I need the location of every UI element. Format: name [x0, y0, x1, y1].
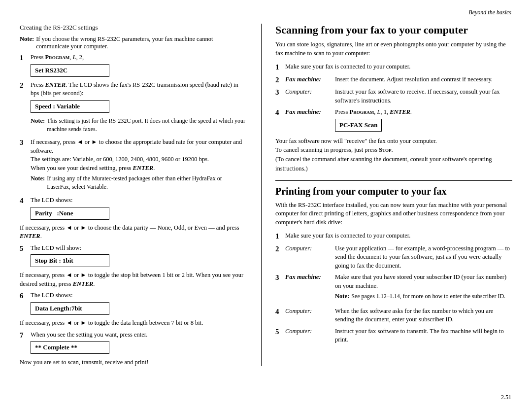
step-5-body: The LCD will show: Stop Bit : 1bit	[31, 244, 246, 270]
step-5: 5 The LCD will show: Stop Bit : 1bit	[20, 244, 246, 270]
print-step-2-label: Computer:	[285, 244, 332, 253]
lcd-set-rs232c: Set RS232C	[31, 64, 109, 77]
printing-section: Printing from your computer to your fax …	[275, 186, 512, 344]
right-column: Scanning from your fax to your computer …	[261, 24, 512, 366]
step-3-note: Note: If using any of the Muratec-tested…	[31, 174, 246, 191]
page-container: Beyond the basics Creating the RS-232C s…	[0, 0, 532, 411]
left-column: Creating the RS-232C settings Note: If y…	[20, 24, 246, 366]
section-divider	[275, 180, 512, 181]
step-7: 7 When you see the setting you want, pre…	[20, 331, 246, 356]
step-1-body: Press Program, L, 2, Set RS232C	[31, 53, 246, 79]
print-step-5: 5 Computer: Instruct your fax software t…	[275, 327, 512, 344]
lcd-speed-variable: Speed : Variable	[31, 100, 109, 113]
step-2: 2 Press ENTER. The LCD shows the fax's R…	[20, 81, 246, 137]
printing-intro: With the RS-232C interface installed, yo…	[275, 201, 512, 227]
step-3: 3 If necessary, press ◄ or ► to choose t…	[20, 138, 246, 194]
note-text-2: This setting is just for the RS-232C por…	[47, 117, 246, 134]
step-2-body: Press ENTER. The LCD shows the fax's RS-…	[31, 81, 246, 137]
scan-step-4-label: Fax machine:	[285, 108, 332, 117]
scan-step-1: 1 Make sure your fax is connected to you…	[275, 63, 512, 72]
scan-step-1-body: Make sure your fax is connected to your …	[285, 63, 512, 71]
left-note: Note: If you choose the wrong RS-232C pa…	[20, 35, 246, 50]
step-6-body: The LCD shows: Data Length:7bit	[31, 291, 246, 317]
step-7-num: 7	[20, 331, 28, 341]
step-4-note: If necessary, press ◄ or ► to choose the…	[20, 224, 246, 241]
scanning-after-lcd: Your fax software now will "receive" the…	[275, 137, 512, 173]
note-text-3: If using any of the Muratec-tested packa…	[47, 174, 246, 191]
print-step-4: 4 Computer: When the fax software asks f…	[275, 307, 512, 324]
scanning-intro: You can store logos, signatures, line ar…	[275, 40, 512, 58]
step-5-num: 5	[20, 244, 28, 254]
step-2-note: Note: This setting is just for the RS-23…	[31, 117, 246, 134]
step-7-body: When you see the setting you want, press…	[31, 331, 246, 356]
print-step-4-label: Computer:	[285, 307, 332, 316]
scan-step-3-body: Instruct your fax software to receive. I…	[335, 88, 512, 105]
scan-step-4: 4 Fax machine: Press Program, L, 1, ENTE…	[275, 108, 512, 134]
step-6-num: 6	[20, 291, 28, 301]
print-note-text: See pages 1.12–1.14, for more on how to …	[351, 292, 505, 301]
scan-step-2-body: Insert the document. Adjust resolution a…	[335, 75, 512, 84]
step-2-num: 2	[20, 81, 28, 91]
left-footer: Now you are set to scan, transmit, recei…	[20, 359, 246, 366]
print-step-2-body: Use your application — for example, a wo…	[335, 244, 512, 271]
content-area: Creating the RS-232C settings Note: If y…	[20, 24, 512, 366]
lcd-pcfax-scan: PC-FAX Scan	[335, 119, 382, 132]
step-1: 1 Press Program, L, 2, Set RS232C	[20, 53, 246, 79]
scan-step-3: 3 Computer: Instruct your fax software t…	[275, 88, 512, 105]
scan-step-4-num: 4	[275, 108, 282, 118]
scan-step-1-num: 1	[275, 63, 282, 72]
step-3-body: If necessary, press ◄ or ► to choose the…	[31, 138, 246, 194]
step-4: 4 The LCD shows: Parity :None	[20, 196, 246, 222]
print-step-3-note: Note: See pages 1.12–1.14, for more on h…	[335, 292, 512, 301]
print-step-1: 1 Make sure your fax is connected to you…	[275, 232, 512, 241]
lcd-parity-none: Parity :None	[31, 207, 109, 220]
step-3-num: 3	[20, 138, 28, 148]
step-5-note: If necessary, press ◄ or ► to toggle the…	[20, 271, 246, 288]
print-step-5-num: 5	[275, 327, 282, 337]
print-step-3-body: Make sure that you have stored your subs…	[335, 273, 512, 304]
print-step-3-num: 3	[275, 273, 282, 283]
print-step-3-label: Fax machine:	[285, 273, 332, 282]
print-step-4-num: 4	[275, 307, 282, 317]
note-text: If you choose the wrong RS-232C paramete…	[36, 35, 246, 50]
step-1-num: 1	[20, 53, 28, 63]
note-bold-3: Note:	[31, 174, 45, 191]
print-step-2: 2 Computer: Use your application — for e…	[275, 244, 512, 271]
scan-step-2-num: 2	[275, 75, 282, 85]
print-step-1-body: Make sure your fax is connected to your …	[285, 232, 512, 240]
step-6: 6 The LCD shows: Data Length:7bit	[20, 291, 246, 317]
print-step-2-num: 2	[275, 244, 282, 254]
step-6-note: If necessary, press ◄ or ► to toggle the…	[20, 319, 246, 328]
scan-step-3-num: 3	[275, 88, 282, 98]
step-4-body: The LCD shows: Parity :None	[31, 196, 246, 222]
print-step-1-num: 1	[275, 232, 282, 241]
print-step-5-label: Computer:	[285, 327, 332, 336]
printing-title: Printing from your computer to your fax	[275, 186, 512, 197]
print-step-5-body: Instruct your fax software to transmit. …	[335, 327, 512, 344]
note-label: Note:	[20, 35, 34, 50]
scanning-section: Scanning from your fax to your computer …	[275, 24, 512, 173]
rs232c-label: RS-232C	[53, 24, 76, 31]
print-step-3: 3 Fax machine: Make sure that you have s…	[275, 273, 512, 304]
left-section-title: Creating the RS-232C settings	[20, 24, 246, 32]
scan-step-2: 2 Fax machine: Insert the document. Adju…	[275, 75, 512, 85]
scanning-title: Scanning from your fax to your computer	[275, 24, 512, 36]
note-bold-2: Note:	[31, 117, 45, 134]
scan-step-4-body: Press Program, L, 1, ENTER. PC-FAX Scan	[335, 108, 512, 134]
print-note-bold: Note:	[335, 292, 349, 301]
scan-step-3-label: Computer:	[285, 88, 332, 97]
step-4-num: 4	[20, 196, 28, 206]
lcd-data-length: Data Length:7bit	[31, 302, 109, 315]
lcd-complete: ** Complete **	[31, 341, 109, 354]
scan-step-2-label: Fax machine:	[285, 75, 332, 84]
print-step-4-body: When the fax software asks for the fax n…	[335, 307, 512, 324]
lcd-stop-bit: Stop Bit : 1bit	[31, 254, 109, 267]
page-number: 2.51	[501, 394, 511, 401]
beyond-basics-label: Beyond the basics	[468, 9, 511, 16]
